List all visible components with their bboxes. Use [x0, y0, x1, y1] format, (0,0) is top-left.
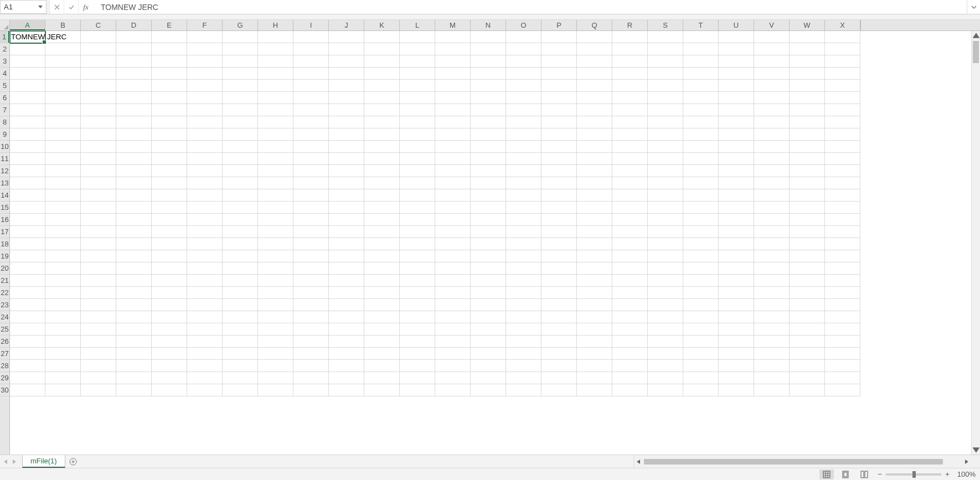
cell-V11[interactable] — [754, 153, 790, 165]
cell-B22[interactable] — [45, 287, 81, 299]
cell-D28[interactable] — [116, 360, 152, 372]
view-normal-button[interactable] — [819, 469, 834, 479]
cell-C3[interactable] — [81, 55, 116, 68]
cell-W17[interactable] — [790, 226, 825, 238]
cell-P9[interactable] — [541, 128, 577, 141]
cell-N26[interactable] — [471, 336, 506, 348]
cell-J13[interactable] — [329, 177, 364, 189]
cell-R25[interactable] — [612, 323, 648, 336]
cell-O10[interactable] — [506, 141, 541, 153]
cell-K4[interactable] — [364, 68, 400, 80]
cell-P4[interactable] — [541, 68, 577, 80]
cell-S20[interactable] — [648, 262, 683, 275]
cell-J23[interactable] — [329, 299, 364, 311]
cell-J10[interactable] — [329, 141, 364, 153]
cell-C11[interactable] — [81, 153, 116, 165]
cell-P10[interactable] — [541, 141, 577, 153]
cell-Q7[interactable] — [577, 104, 612, 116]
cell-C21[interactable] — [81, 275, 116, 287]
cell-V16[interactable] — [754, 214, 790, 226]
cell-H22[interactable] — [258, 287, 293, 299]
scroll-left-button[interactable] — [634, 457, 643, 466]
cell-F21[interactable] — [187, 275, 223, 287]
cell-Q2[interactable] — [577, 43, 612, 55]
cell-J19[interactable] — [329, 250, 364, 262]
cell-F14[interactable] — [187, 189, 223, 202]
cell-E28[interactable] — [152, 360, 187, 372]
cell-X4[interactable] — [825, 68, 860, 80]
cell-F25[interactable] — [187, 323, 223, 336]
row-header-13[interactable]: 13 — [0, 177, 9, 189]
cell-N30[interactable] — [471, 384, 506, 396]
cell-Q16[interactable] — [577, 214, 612, 226]
confirm-edit-button[interactable] — [64, 0, 79, 14]
cell-W20[interactable] — [790, 262, 825, 275]
cell-U21[interactable] — [719, 275, 754, 287]
cell-D6[interactable] — [116, 92, 152, 104]
cell-P18[interactable] — [541, 238, 577, 250]
cell-Q3[interactable] — [577, 55, 612, 68]
cell-F9[interactable] — [187, 128, 223, 141]
cell-E25[interactable] — [152, 323, 187, 336]
cell-U26[interactable] — [719, 336, 754, 348]
cell-L1[interactable] — [400, 31, 435, 43]
cell-O21[interactable] — [506, 275, 541, 287]
cell-A20[interactable] — [10, 262, 45, 275]
column-header-H[interactable]: H — [258, 20, 293, 30]
cell-B9[interactable] — [45, 128, 81, 141]
cell-L26[interactable] — [400, 336, 435, 348]
row-header-21[interactable]: 21 — [0, 275, 9, 287]
cell-C25[interactable] — [81, 323, 116, 336]
cell-V15[interactable] — [754, 202, 790, 214]
cell-P17[interactable] — [541, 226, 577, 238]
row-header-12[interactable]: 12 — [0, 165, 9, 177]
cell-B5[interactable] — [45, 80, 81, 92]
cell-N9[interactable] — [471, 128, 506, 141]
cell-J20[interactable] — [329, 262, 364, 275]
expand-formula-bar-button[interactable] — [967, 0, 980, 14]
row-header-8[interactable]: 8 — [0, 116, 9, 128]
cell-H24[interactable] — [258, 311, 293, 323]
cell-X20[interactable] — [825, 262, 860, 275]
cell-V25[interactable] — [754, 323, 790, 336]
cell-R11[interactable] — [612, 153, 648, 165]
cell-J16[interactable] — [329, 214, 364, 226]
cell-X12[interactable] — [825, 165, 860, 177]
cell-S12[interactable] — [648, 165, 683, 177]
cell-I13[interactable] — [293, 177, 329, 189]
cell-Q9[interactable] — [577, 128, 612, 141]
cell-L24[interactable] — [400, 311, 435, 323]
cell-Q15[interactable] — [577, 202, 612, 214]
cell-M14[interactable] — [435, 189, 471, 202]
cell-F7[interactable] — [187, 104, 223, 116]
tab-prev-button[interactable] — [3, 459, 8, 464]
zoom-slider-knob[interactable] — [912, 471, 916, 478]
row-header-30[interactable]: 30 — [0, 384, 9, 396]
cell-X26[interactable] — [825, 336, 860, 348]
cell-L29[interactable] — [400, 372, 435, 384]
cell-Q29[interactable] — [577, 372, 612, 384]
cell-L11[interactable] — [400, 153, 435, 165]
cell-S9[interactable] — [648, 128, 683, 141]
cell-K16[interactable] — [364, 214, 400, 226]
cell-W15[interactable] — [790, 202, 825, 214]
cell-I19[interactable] — [293, 250, 329, 262]
column-header-K[interactable]: K — [364, 20, 400, 30]
cell-V23[interactable] — [754, 299, 790, 311]
column-header-Q[interactable]: Q — [577, 20, 612, 30]
cell-G7[interactable] — [223, 104, 258, 116]
cell-M6[interactable] — [435, 92, 471, 104]
cell-K10[interactable] — [364, 141, 400, 153]
cell-B28[interactable] — [45, 360, 81, 372]
cell-C5[interactable] — [81, 80, 116, 92]
cell-N7[interactable] — [471, 104, 506, 116]
cell-E20[interactable] — [152, 262, 187, 275]
cell-J5[interactable] — [329, 80, 364, 92]
cell-S3[interactable] — [648, 55, 683, 68]
cell-W9[interactable] — [790, 128, 825, 141]
cell-P29[interactable] — [541, 372, 577, 384]
view-page-layout-button[interactable] — [838, 469, 853, 479]
cell-B19[interactable] — [45, 250, 81, 262]
cell-O20[interactable] — [506, 262, 541, 275]
cell-F11[interactable] — [187, 153, 223, 165]
